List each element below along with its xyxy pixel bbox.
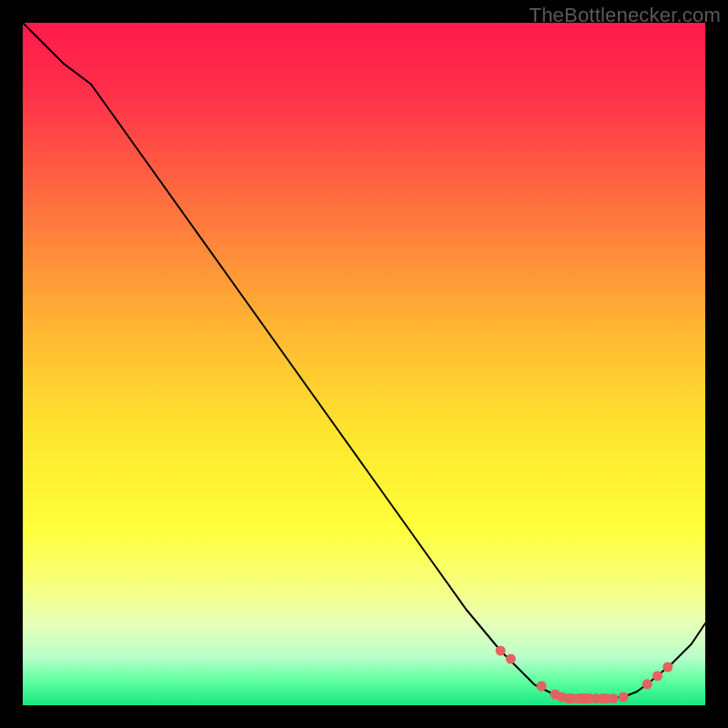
data-point xyxy=(537,682,547,692)
data-point xyxy=(608,693,618,703)
gradient-background xyxy=(23,23,705,705)
data-point xyxy=(619,693,629,703)
data-point xyxy=(652,671,662,681)
chart-svg xyxy=(23,23,705,705)
plot-area xyxy=(23,23,705,705)
data-point xyxy=(496,646,506,656)
chart-frame: TheBottlenecker.com xyxy=(0,0,728,728)
data-point xyxy=(506,654,516,664)
data-point xyxy=(642,679,652,689)
data-point xyxy=(662,662,672,672)
